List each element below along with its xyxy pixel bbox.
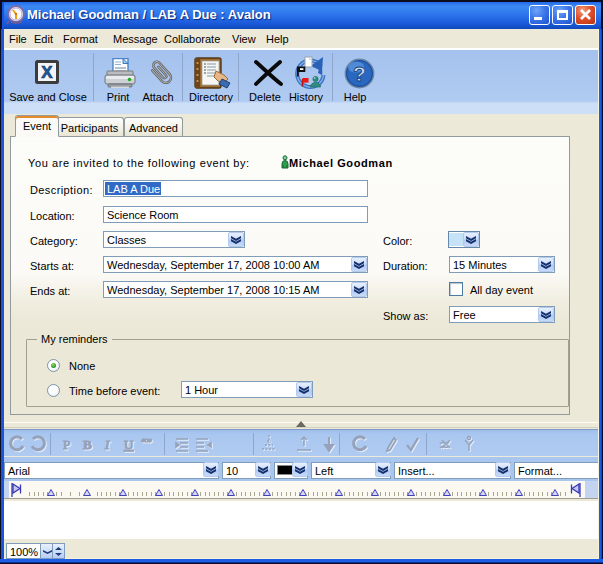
svg-text:?: ? [353, 62, 366, 85]
svg-text:X: X [41, 63, 53, 82]
